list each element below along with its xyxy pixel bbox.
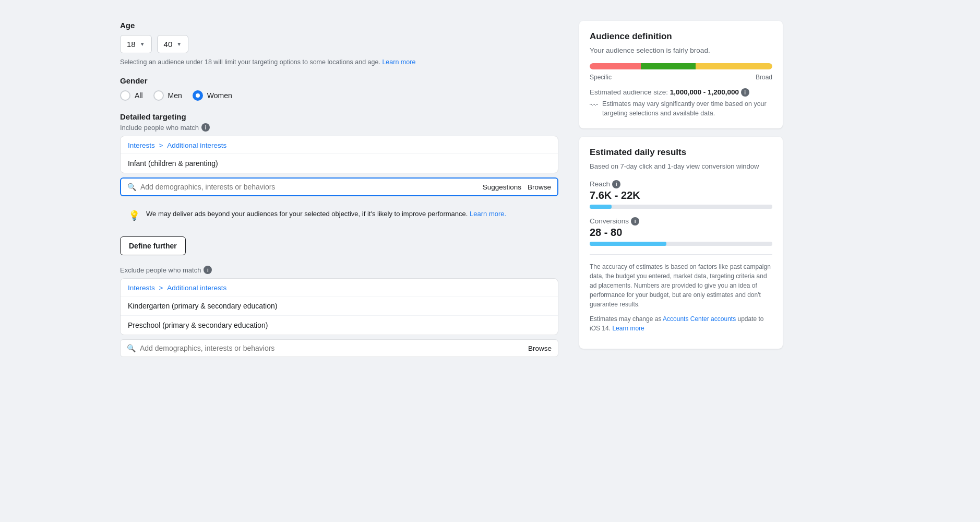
exclude-browse-button[interactable]: Browse xyxy=(528,345,552,352)
right-sidebar: Audience definition Your audience select… xyxy=(574,10,793,512)
exclude-search-input[interactable] xyxy=(140,344,524,352)
include-search-input[interactable] xyxy=(140,183,479,191)
gender-all-label: All xyxy=(135,91,143,100)
results-disclaimer: The accuracy of estimates is based on fa… xyxy=(590,262,772,309)
reach-value: 7.6K - 22K xyxy=(590,189,772,201)
gender-all-radio[interactable] xyxy=(120,90,130,101)
detailed-targeting-section: Detailed targeting Include people who ma… xyxy=(120,112,558,357)
age-note: Selecting an audience under 18 will limi… xyxy=(120,58,558,66)
age-min-chevron-icon: ▼ xyxy=(140,41,145,47)
age-row: 18 ▼ 40 ▼ xyxy=(120,35,558,53)
conversions-label: Conversions i xyxy=(590,217,772,226)
reach-label: Reach i xyxy=(590,180,772,188)
exclude-search-wrapper: 🔍 Browse xyxy=(120,339,558,357)
include-additional-interests-link[interactable]: Additional interests xyxy=(167,141,226,149)
reach-info-icon[interactable]: i xyxy=(612,180,620,188)
audience-definition-subtitle: Your audience selection is fairly broad. xyxy=(590,46,772,56)
audience-definition-title: Audience definition xyxy=(590,31,772,42)
gender-women-option[interactable]: Women xyxy=(193,90,232,101)
exclude-info-icon[interactable]: i xyxy=(204,266,212,274)
exclude-tag-2: Preschool (primary & secondary education… xyxy=(121,315,558,335)
conversions-value: 28 - 80 xyxy=(590,227,772,239)
results-divider xyxy=(590,254,772,255)
gender-options: All Men Women xyxy=(120,90,558,101)
ios-note: Estimates may change as Accounts Center … xyxy=(590,314,772,333)
gender-label: Gender xyxy=(120,76,558,85)
age-max-select[interactable]: 40 ▼ xyxy=(157,35,189,53)
age-min-value: 18 xyxy=(127,40,136,49)
reach-bar xyxy=(590,205,612,209)
age-min-select[interactable]: 18 ▼ xyxy=(120,35,152,53)
age-section: Age 18 ▼ 40 ▼ Selecting an audience unde… xyxy=(120,21,558,66)
include-search-icon: 🔍 xyxy=(127,183,136,191)
broad-label: Broad xyxy=(756,74,772,81)
audience-note: 〰 Estimates may vary significantly over … xyxy=(590,100,772,118)
ios-learn-more-link[interactable]: Learn more xyxy=(612,325,644,332)
audience-size-info-icon[interactable]: i xyxy=(741,88,749,97)
age-label: Age xyxy=(120,21,558,30)
include-tag: Infant (children & parenting) xyxy=(121,153,558,173)
audience-definition-card: Audience definition Your audience select… xyxy=(579,21,783,128)
tip-learn-more-link[interactable]: Learn more. xyxy=(470,210,506,218)
reach-bar-container xyxy=(590,205,772,209)
include-search-actions: Suggestions Browse xyxy=(483,183,551,191)
gender-men-radio[interactable] xyxy=(153,90,164,101)
conversions-bar xyxy=(590,242,666,246)
exclude-interests-link[interactable]: Interests xyxy=(128,284,155,292)
age-learn-more-link[interactable]: Learn more xyxy=(382,58,415,66)
exclude-label: Exclude people who match i xyxy=(120,266,558,274)
define-further-button[interactable]: Define further xyxy=(120,236,186,255)
browse-button[interactable]: Browse xyxy=(528,183,551,191)
trend-icon: 〰 xyxy=(590,100,598,118)
include-interests-link[interactable]: Interests xyxy=(128,141,155,149)
meter-labels: Specific Broad xyxy=(590,74,772,81)
estimated-results-title: Estimated daily results xyxy=(590,147,772,158)
age-max-value: 40 xyxy=(164,40,173,49)
gender-men-option[interactable]: Men xyxy=(153,90,182,101)
age-max-chevron-icon: ▼ xyxy=(176,41,182,47)
tip-bulb-icon: 💡 xyxy=(128,209,140,223)
conversions-bar-container xyxy=(590,242,772,246)
tip-box: 💡 We may deliver ads beyond your audienc… xyxy=(120,203,558,229)
accounts-center-link[interactable]: Accounts Center accounts xyxy=(663,315,736,323)
detailed-targeting-title: Detailed targeting xyxy=(120,112,558,121)
audience-meter xyxy=(590,63,772,69)
exclude-interest-box: Interests > Additional interests Kinderg… xyxy=(120,278,558,335)
gender-all-option[interactable]: All xyxy=(120,90,143,101)
gender-women-label: Women xyxy=(207,91,232,100)
specific-label: Specific xyxy=(590,74,612,81)
conversions-info-icon[interactable]: i xyxy=(631,217,639,226)
audience-size-value: 1,000,000 - 1,200,000 xyxy=(670,88,739,96)
estimated-results-card: Estimated daily results Based on 7-day c… xyxy=(579,137,783,348)
estimated-results-subtitle: Based on 7-day click and 1-day view conv… xyxy=(590,162,772,171)
exclude-breadcrumb-separator: > xyxy=(159,284,165,292)
gender-section: Gender All Men Women xyxy=(120,76,558,101)
exclude-breadcrumb: Interests > Additional interests xyxy=(121,279,558,296)
include-info-icon[interactable]: i xyxy=(201,123,210,132)
gender-men-label: Men xyxy=(168,91,182,100)
exclude-search-actions: Browse xyxy=(528,345,552,352)
gender-women-radio[interactable] xyxy=(193,90,203,101)
include-label: Include people who match i xyxy=(120,123,558,132)
meter-specific xyxy=(590,63,641,69)
breadcrumb-separator: > xyxy=(159,141,165,149)
include-breadcrumb: Interests > Additional interests xyxy=(121,136,558,153)
meter-broad xyxy=(696,63,772,69)
exclude-search-icon: 🔍 xyxy=(127,344,136,352)
suggestions-button[interactable]: Suggestions xyxy=(483,183,521,191)
audience-size: Estimated audience size: 1,000,000 - 1,2… xyxy=(590,88,772,97)
tip-text: We may deliver ads beyond your audiences… xyxy=(146,209,506,223)
exclude-additional-interests-link[interactable]: Additional interests xyxy=(167,284,226,292)
exclude-tag-1: Kindergarten (primary & secondary educat… xyxy=(121,296,558,315)
meter-active xyxy=(641,63,696,69)
include-interest-box: Interests > Additional interests Infant … xyxy=(120,136,558,173)
include-search-wrapper: 🔍 Suggestions Browse xyxy=(120,177,558,196)
